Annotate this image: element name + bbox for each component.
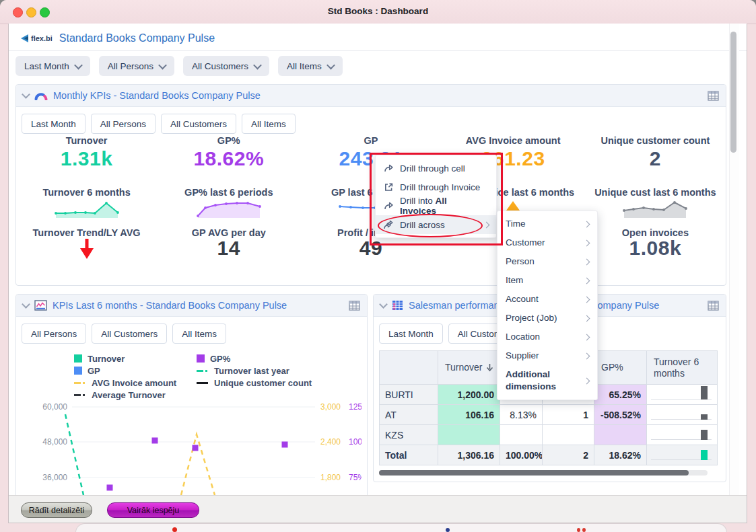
cell-turnover[interactable]: [438, 425, 500, 445]
column-header-turnover-6-months[interactable]: Turnover 6 months: [647, 351, 718, 385]
menu-item-drill-across[interactable]: Drill across: [376, 215, 496, 234]
panel-kpis-6-months-header[interactable]: KPIs Last 6 months - Standard Books Comp…: [16, 295, 367, 317]
column-header-blank-0[interactable]: [380, 351, 438, 385]
kpi-sparkline-turnover-6-months[interactable]: [15, 200, 158, 224]
submenu-item-additional-dimensions[interactable]: Additional dimensions: [497, 365, 597, 396]
cell-turnover[interactable]: 106.16: [438, 405, 500, 425]
cell-gp-percent[interactable]: 65.25%: [594, 385, 647, 405]
axis-tick: 2,400: [320, 437, 341, 447]
collapse-chevron-icon[interactable]: [22, 300, 30, 309]
cell-gp-percent[interactable]: 18.62%: [594, 445, 647, 465]
legend-item-unique-customer-count[interactable]: Unique customer count: [197, 377, 312, 389]
chevron-right-icon: [584, 277, 590, 284]
table-view-icon[interactable]: [708, 91, 719, 101]
legend-item-gp[interactable]: GP: [74, 365, 176, 377]
kpi-value-gp-avg-per-day[interactable]: 14: [158, 237, 300, 268]
filter-monthly-all-customers[interactable]: All Customers: [161, 114, 236, 134]
h-scrollbar-thumb[interactable]: [379, 470, 689, 476]
filter-global-last-month[interactable]: Last Month: [15, 56, 90, 76]
kpi-sparkline-gp-last-6-periods[interactable]: [158, 200, 300, 224]
cell-percent-of-total[interactable]: 8.13%: [500, 405, 543, 425]
more-options-button[interactable]: Vairāk iespēju: [107, 502, 199, 518]
cell-turnover[interactable]: 1,200.00: [438, 385, 500, 405]
legend-swatch: [197, 354, 205, 363]
cell-gp-percent[interactable]: [594, 425, 647, 445]
cell-count[interactable]: [543, 425, 594, 445]
submenu-item-customer[interactable]: Customer: [497, 233, 597, 252]
axis-tick: 1,800: [320, 473, 341, 482]
table-row-total[interactable]: Total1,306.16100.00%218.62%: [380, 445, 718, 465]
flexbi-logo[interactable]: flex.bi: [20, 34, 53, 43]
background-window-peek[interactable]: [75, 523, 727, 532]
kpi-label-gp-last-6-periods: GP% last 6 periods: [158, 187, 300, 198]
cell-gp-percent[interactable]: -508.52%: [594, 405, 647, 425]
pivot-table-icon: [392, 300, 403, 311]
legend-item-gp[interactable]: GP%: [197, 352, 312, 365]
filter-monthly-all-items[interactable]: All Items: [242, 114, 296, 134]
kpi-value-open-invoices[interactable]: 1.08k: [584, 237, 726, 268]
menu-item-drill-into-all-invoices[interactable]: Drill into All Invoices: [376, 196, 496, 215]
filter-global-all-customers[interactable]: All Customers: [183, 56, 269, 76]
kpi-sparklines-row: [15, 200, 726, 223]
filter-salesman-last-month[interactable]: Last Month: [379, 324, 443, 344]
kpi-line-chart[interactable]: 60,00048,00036,0003,0002,4001,800125%100…: [22, 400, 362, 495]
filter-global-all-items[interactable]: All Items: [278, 56, 343, 76]
submenu-item-person[interactable]: Person: [497, 252, 597, 271]
cell-turnover[interactable]: 1,306.16: [438, 445, 500, 465]
cell-percent-of-total[interactable]: [500, 425, 543, 445]
show-details-button[interactable]: Rādīt detalizēti: [21, 502, 92, 518]
column-header-gp[interactable]: GP%: [594, 351, 647, 385]
chevron-down-icon: [158, 61, 167, 69]
filter-global-all-persons[interactable]: All Persons: [99, 56, 174, 76]
submenu-item-supplier[interactable]: Supplier: [497, 346, 597, 365]
chevron-down-icon: [253, 61, 262, 69]
kpi-value-turnover-trend-ly-avg[interactable]: [15, 237, 158, 268]
menu-item-drill-through-cell[interactable]: Drill through cell: [376, 159, 496, 178]
cell-turnover-6-months-bar[interactable]: [647, 405, 718, 425]
cell-turnover-6-months-bar[interactable]: [647, 425, 718, 445]
kpi-value-profit-invoice[interactable]: 49: [300, 237, 442, 268]
window-title: Std Books : Dashboard: [0, 6, 756, 16]
cell-turnover-6-months-bar[interactable]: [647, 445, 718, 465]
filter-kpis6-all-persons[interactable]: All Persons: [22, 324, 86, 344]
legend-swatch: [74, 382, 86, 384]
mini-bar: [701, 430, 708, 440]
v-scrollbar-thumb[interactable]: [730, 32, 736, 153]
cell-turnover-6-months-bar[interactable]: [647, 385, 718, 405]
filter-monthly-all-persons[interactable]: All Persons: [91, 114, 156, 134]
table-row-kzs[interactable]: KZS: [380, 425, 718, 445]
table-view-icon[interactable]: [349, 301, 360, 311]
filter-kpis6-all-customers[interactable]: All Customers: [92, 324, 167, 344]
cell-percent-of-total[interactable]: 100.00%: [500, 445, 543, 465]
drill-across-icon: [383, 219, 394, 230]
table-row-at[interactable]: AT106.168.13%1-508.52%: [380, 405, 718, 425]
panel-monthly-kpis-header[interactable]: Monthly KPIs - Standard Books Company Pu…: [16, 85, 726, 107]
kpi-value-gp[interactable]: 18.62%: [158, 147, 300, 170]
filter-monthly-last-month[interactable]: Last Month: [22, 114, 85, 134]
submenu-item-account[interactable]: Account: [497, 290, 597, 309]
submenu-item-project-job[interactable]: Project (Job): [497, 309, 597, 328]
submenu-item-item[interactable]: Item: [497, 271, 597, 290]
submenu-item-location[interactable]: Location: [497, 328, 597, 346]
chevron-right-icon: [584, 239, 590, 246]
chevron-down-icon: [74, 61, 83, 69]
axis-tick: 3,000: [320, 402, 341, 412]
row-label: AT: [380, 405, 438, 425]
kpi-value-unique-customer-count[interactable]: 2: [584, 147, 726, 170]
kpi-sparkline-unique-cust-last-6-months[interactable]: [584, 200, 726, 224]
window-titlebar: Std Books : Dashboard: [0, 0, 756, 24]
menu-item-drill-through-invoice[interactable]: Drill through Invoice: [376, 178, 496, 196]
table-view-icon[interactable]: [708, 301, 719, 311]
collapse-chevron-icon[interactable]: [22, 90, 30, 99]
submenu-item-time[interactable]: Time: [497, 215, 597, 233]
kpi-value-turnover[interactable]: 1.31k: [15, 147, 158, 170]
cell-count[interactable]: 2: [543, 445, 594, 465]
filter-kpis6-all-items[interactable]: All Items: [172, 324, 226, 344]
cell-count[interactable]: 1: [543, 405, 594, 425]
legend-item-avg-invoice-amount[interactable]: AVG Invoice amount: [74, 377, 176, 389]
legend-item-turnover[interactable]: Turnover: [74, 352, 176, 365]
collapse-chevron-icon[interactable]: [379, 300, 388, 309]
column-header-turnover[interactable]: Turnover: [438, 351, 500, 385]
legend-item-turnover-last-year[interactable]: Turnover last year: [197, 365, 312, 377]
axis-tick: 36,000: [42, 473, 67, 482]
